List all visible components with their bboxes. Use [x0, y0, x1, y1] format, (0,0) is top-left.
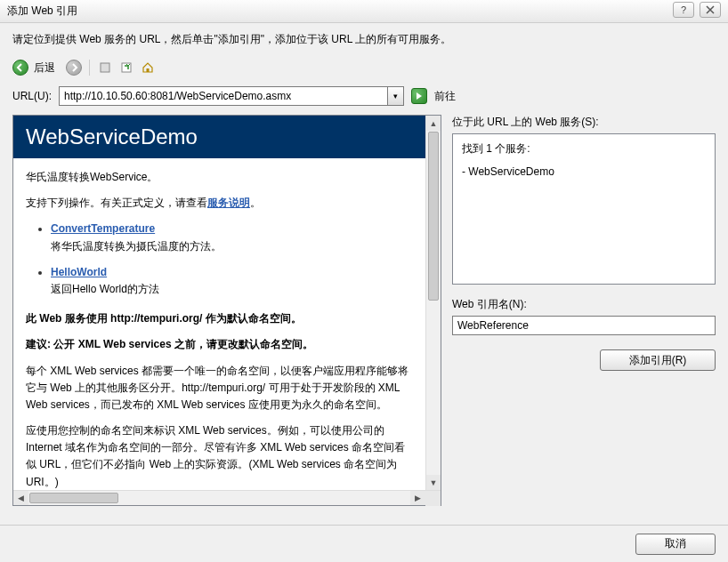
service-description-link[interactable]: 服务说明 [207, 197, 250, 209]
services-label: 位于此 URL 上的 Web 服务(S): [452, 115, 716, 130]
scroll-down-button[interactable]: ▼ [426, 475, 441, 490]
back-button[interactable] [12, 60, 28, 76]
ws-para2: 应使用您控制的命名空间来标识 XML Web services。例如，可以使用公… [26, 422, 413, 490]
op-desc: 返回Hello World的方法 [51, 283, 159, 295]
op-desc: 将华氏温度转换为摄氏温度的方法。 [51, 240, 222, 253]
instruction-text: 请定位到提供 Web 服务的 URL，然后单击"添加引用"，添加位于该 URL … [12, 32, 716, 47]
help-button[interactable]: ? [673, 2, 694, 18]
op-hello-world-link[interactable]: HelloWorld [51, 266, 107, 278]
nav-toolbar: 后退 [12, 60, 716, 76]
browser-pane: WebServiceDemo 华氏温度转换WebService。 支持下列操作。… [12, 115, 441, 506]
url-label: URL(U): [12, 90, 52, 102]
scroll-right-button[interactable]: ▶ [410, 491, 425, 505]
ws-recommendation: 建议: 公开 XML Web services 之前，请更改默认命名空间。 [26, 336, 413, 353]
go-button[interactable] [411, 88, 427, 104]
service-item[interactable]: - WebServiceDemo [462, 165, 706, 178]
right-pane: 位于此 URL 上的 Web 服务(S): 找到 1 个服务: - WebSer… [452, 115, 716, 506]
ws-op-item: ConvertTemperature 将华氏温度转换为摄氏温度的方法。 [51, 221, 413, 254]
ws-para1: 每个 XML Web services 都需要一个唯一的命名空间，以便客户端应用… [26, 363, 413, 414]
ws-description: 华氏温度转换WebService。 [26, 169, 413, 186]
scroll-thumb[interactable] [428, 132, 439, 301]
ref-name-label: Web 引用名(N): [452, 297, 716, 312]
svg-rect-2 [147, 68, 150, 72]
home-icon[interactable] [140, 60, 156, 76]
titlebar: 添加 Web 引用 ? [0, 0, 728, 23]
vertical-scrollbar[interactable]: ▲ ▼ [425, 116, 441, 490]
url-row: URL(U): ▾ 前往 [12, 86, 716, 106]
ws-op-item: HelloWorld 返回Hello World的方法 [51, 264, 413, 298]
url-input[interactable] [59, 86, 388, 106]
ws-supported-ops: 支持下列操作。有关正式定义，请查看服务说明。 [26, 195, 413, 212]
stop-icon[interactable] [97, 60, 113, 76]
add-reference-button[interactable]: 添加引用(R) [600, 349, 716, 371]
webservice-title: WebServiceDemo [13, 116, 425, 158]
go-label: 前往 [434, 89, 456, 104]
services-found-text: 找到 1 个服务: [462, 141, 706, 157]
horizontal-scrollbar[interactable]: ◀ ▶ [13, 490, 441, 505]
scroll-corner [425, 491, 441, 506]
refresh-icon[interactable] [118, 60, 134, 76]
hscroll-thumb[interactable] [29, 493, 118, 503]
dialog-footer: 取消 [0, 525, 728, 562]
ws-namespace-text: 此 Web 服务使用 http://tempuri.org/ 作为默认命名空间。 [26, 310, 413, 327]
window-title: 添加 Web 引用 [7, 4, 77, 19]
close-button[interactable] [700, 2, 721, 18]
cancel-button[interactable]: 取消 [635, 534, 716, 555]
ref-name-input[interactable] [452, 316, 716, 335]
op-convert-temperature-link[interactable]: ConvertTemperature [51, 222, 155, 235]
forward-button[interactable] [66, 60, 82, 76]
svg-rect-0 [101, 63, 109, 72]
services-list[interactable]: 找到 1 个服务: - WebServiceDemo [452, 133, 716, 285]
scroll-up-button[interactable]: ▲ [426, 116, 441, 131]
back-label: 后退 [34, 60, 55, 76]
url-dropdown[interactable]: ▾ [388, 86, 404, 106]
separator [89, 60, 90, 76]
scroll-left-button[interactable]: ◀ [13, 491, 28, 505]
